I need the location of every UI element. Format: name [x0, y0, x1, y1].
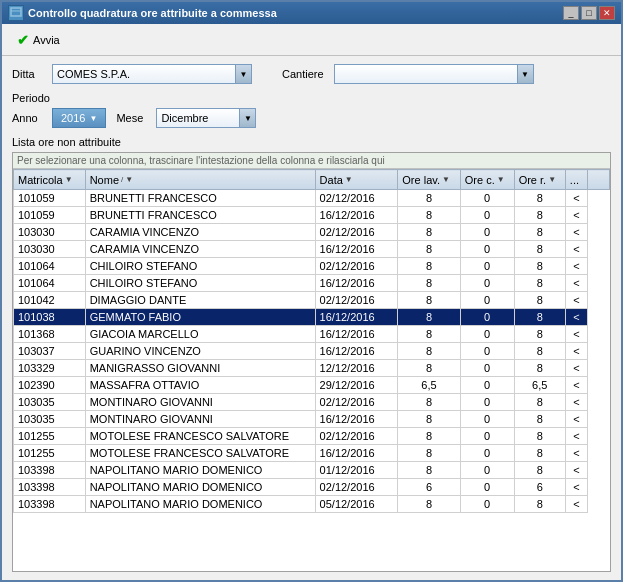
col-header-ore-r[interactable]: Ore r. ▼	[514, 170, 565, 190]
cell-ore_c: 0	[460, 224, 514, 241]
close-button[interactable]: ✕	[599, 6, 615, 20]
cell-matricola: 101368	[14, 326, 86, 343]
cell-ore_lav: 8	[398, 360, 460, 377]
cell-ore_r: 8	[514, 445, 565, 462]
ditta-value: COMES S.P.A.	[57, 68, 130, 80]
cell-ore_r: 8	[514, 309, 565, 326]
cell-nome: NAPOLITANO MARIO DOMENICO	[85, 462, 315, 479]
table-row[interactable]: 101038GEMMATO FABIO16/12/2016808<	[14, 309, 610, 326]
cell-nome: MOTOLESE FRANCESCO SALVATORE	[85, 428, 315, 445]
ditta-select[interactable]: COMES S.P.A. ▼	[52, 64, 252, 84]
periodo-label: Periodo	[12, 92, 611, 104]
table-row[interactable]: 103398NAPOLITANO MARIO DOMENICO05/12/201…	[14, 496, 610, 513]
cell-e1: <	[565, 445, 587, 462]
table-row[interactable]: 101059BRUNETTI FRANCESCO02/12/2016808<	[14, 190, 610, 207]
table-header-row: Matricola ▼ Nome / ▼	[14, 170, 610, 190]
cell-ore_r: 8	[514, 207, 565, 224]
cantiere-select[interactable]: ▼	[334, 64, 534, 84]
cell-ore_lav: 8	[398, 445, 460, 462]
mese-dropdown-arrow[interactable]: ▼	[239, 109, 255, 127]
cell-ore_lav: 8	[398, 207, 460, 224]
col-header-matricola[interactable]: Matricola ▼	[14, 170, 86, 190]
table-row[interactable]: 101368GIACOIA MARCELLO16/12/2016808<	[14, 326, 610, 343]
ditta-dropdown-arrow[interactable]: ▼	[235, 65, 251, 83]
table-row[interactable]: 103030CARAMIA VINCENZO02/12/2016808<	[14, 224, 610, 241]
cell-ore_r: 8	[514, 462, 565, 479]
avvia-button[interactable]: ✔ Avvia	[10, 29, 67, 51]
cell-data: 16/12/2016	[315, 326, 398, 343]
table-row[interactable]: 103030CARAMIA VINCENZO16/12/2016808<	[14, 241, 610, 258]
ditta-label: Ditta	[12, 68, 42, 80]
cell-ore_c: 0	[460, 394, 514, 411]
table-scroll[interactable]: Matricola ▼ Nome / ▼	[13, 169, 610, 571]
table-row[interactable]: 103329MANIGRASSO GIOVANNI12/12/2016808<	[14, 360, 610, 377]
cell-ore_lav: 8	[398, 326, 460, 343]
cell-matricola: 103030	[14, 224, 86, 241]
cell-ore_lav: 8	[398, 309, 460, 326]
cell-matricola: 101059	[14, 207, 86, 224]
table-row[interactable]: 103035MONTINARO GIOVANNI02/12/2016808<	[14, 394, 610, 411]
cell-ore_c: 0	[460, 428, 514, 445]
table-row[interactable]: 102390MASSAFRA OTTAVIO29/12/20166,506,5<	[14, 377, 610, 394]
cell-ore_lav: 8	[398, 190, 460, 207]
table-row[interactable]: 101042DIMAGGIO DANTE02/12/2016808<	[14, 292, 610, 309]
table-row[interactable]: 101059BRUNETTI FRANCESCO16/12/2016808<	[14, 207, 610, 224]
col-header-data[interactable]: Data ▼	[315, 170, 398, 190]
table-row[interactable]: 103035MONTINARO GIOVANNI16/12/2016808<	[14, 411, 610, 428]
table-row[interactable]: 103037GUARINO VINCENZO16/12/2016808<	[14, 343, 610, 360]
cell-ore_r: 8	[514, 258, 565, 275]
cell-matricola: 101064	[14, 258, 86, 275]
cell-e1: <	[565, 496, 587, 513]
cell-ore_c: 0	[460, 479, 514, 496]
maximize-button[interactable]: □	[581, 6, 597, 20]
window-title: Controllo quadratura ore attribuite a co…	[28, 7, 277, 19]
cell-ore_r: 8	[514, 190, 565, 207]
cell-nome: BRUNETTI FRANCESCO	[85, 207, 315, 224]
col-header-extra1[interactable]: ...	[565, 170, 587, 190]
cell-e1: <	[565, 394, 587, 411]
cell-ore_lav: 6	[398, 479, 460, 496]
table-row[interactable]: 101255MOTOLESE FRANCESCO SALVATORE02/12/…	[14, 428, 610, 445]
cell-ore_c: 0	[460, 343, 514, 360]
cell-ore_c: 0	[460, 258, 514, 275]
cell-ore_r: 6,5	[514, 377, 565, 394]
anno-button[interactable]: 2016 ▼	[52, 108, 106, 128]
cell-data: 16/12/2016	[315, 411, 398, 428]
sort-arrow-orer: ▼	[548, 175, 556, 184]
cell-matricola: 101042	[14, 292, 86, 309]
cell-data: 05/12/2016	[315, 496, 398, 513]
col-header-ore-lav[interactable]: Ore lav. ▼	[398, 170, 460, 190]
table-row[interactable]: 103398NAPOLITANO MARIO DOMENICO02/12/201…	[14, 479, 610, 496]
cell-ore_r: 8	[514, 496, 565, 513]
cell-nome: NAPOLITANO MARIO DOMENICO	[85, 479, 315, 496]
col-header-ore-c[interactable]: Ore c. ▼	[460, 170, 514, 190]
table-row[interactable]: 103398NAPOLITANO MARIO DOMENICO01/12/201…	[14, 462, 610, 479]
cell-e1: <	[565, 241, 587, 258]
cell-data: 02/12/2016	[315, 479, 398, 496]
window-icon	[8, 5, 24, 21]
sort-arrow-orelav: ▼	[442, 175, 450, 184]
cell-e1: <	[565, 377, 587, 394]
minimize-button[interactable]: _	[563, 6, 579, 20]
cell-nome: MOTOLESE FRANCESCO SALVATORE	[85, 445, 315, 462]
col-header-extra2[interactable]	[587, 170, 609, 190]
sort-arrow-data: ▼	[345, 175, 353, 184]
cell-ore_c: 0	[460, 190, 514, 207]
mese-label: Mese	[116, 112, 146, 124]
mese-select[interactable]: Dicembre ▼	[156, 108, 256, 128]
cell-ore_lav: 8	[398, 411, 460, 428]
cantiere-label: Cantiere	[282, 68, 324, 80]
check-icon: ✔	[17, 32, 29, 48]
cell-e1: <	[565, 258, 587, 275]
sort-arrow-matricola: ▼	[65, 175, 73, 184]
cell-matricola: 103398	[14, 462, 86, 479]
cell-data: 02/12/2016	[315, 394, 398, 411]
col-header-nome[interactable]: Nome / ▼	[85, 170, 315, 190]
mese-value: Dicembre	[161, 112, 208, 124]
cantiere-dropdown-arrow[interactable]: ▼	[517, 65, 533, 83]
cell-ore_lav: 8	[398, 241, 460, 258]
table-row[interactable]: 101064CHILOIRO STEFANO16/12/2016808<	[14, 275, 610, 292]
cell-e1: <	[565, 360, 587, 377]
table-row[interactable]: 101064CHILOIRO STEFANO02/12/2016808<	[14, 258, 610, 275]
table-row[interactable]: 101255MOTOLESE FRANCESCO SALVATORE16/12/…	[14, 445, 610, 462]
